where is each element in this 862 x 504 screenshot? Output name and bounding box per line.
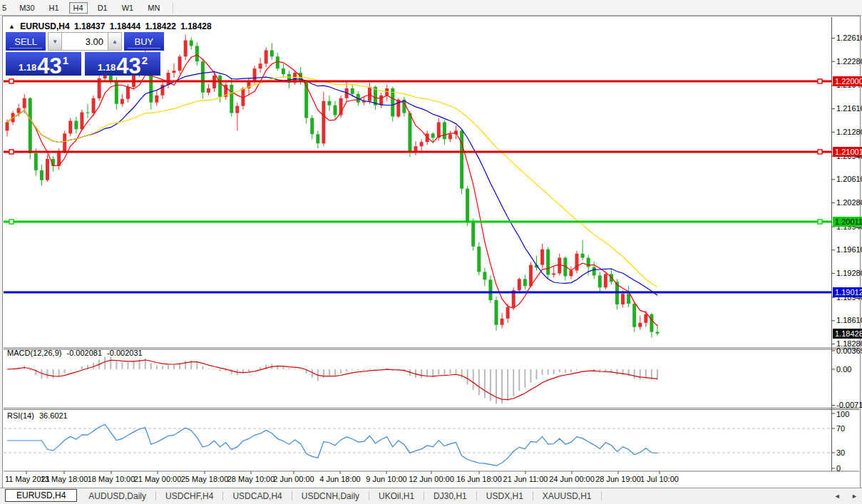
sell-price-button[interactable]: 1.18 43 1 <box>6 52 81 76</box>
buy-price-big: 43 <box>116 56 140 76</box>
timeframe-toolbar: 5 M30 H1 H4 D1 W1 MN <box>0 0 862 16</box>
time-axis-label: 25 May 18:00 <box>181 475 229 483</box>
timeframe-button-w1[interactable]: W1 <box>118 2 138 14</box>
rsi-indicator-label: RSI(14) 36.6021 <box>7 411 71 420</box>
sell-button[interactable]: SELL <box>6 32 46 51</box>
rsi-name: RSI(14) <box>7 411 34 420</box>
timeframe-button-mn[interactable]: MN <box>143 2 164 14</box>
tab-ukoil-h1[interactable]: UKOil,H1 <box>369 491 424 500</box>
buy-price-prefix: 1.18 <box>98 62 116 73</box>
tab-scroll-controls: ◄ ► <box>825 493 858 500</box>
quote-open: 1.18437 <box>74 21 105 31</box>
time-axis-label: 9 Jun 10:00 <box>366 475 407 483</box>
tab-scroll-right-icon[interactable]: ► <box>851 493 858 500</box>
macd-axis-label: 0.003697 <box>836 346 862 356</box>
symbol-tab-bar: EURUSD,H4 AUDUSD,Daily USDCHF,H4 USDCAD,… <box>0 488 862 504</box>
tab-xauusd-h1[interactable]: XAUUSD,H1 <box>533 491 602 500</box>
collapse-triangle-icon[interactable]: ▲ <box>9 23 15 30</box>
tab-usdx-h1[interactable]: USDX,H1 <box>477 491 533 500</box>
price-tick-label: 1.19610 <box>836 245 862 254</box>
timeframe-button-h4[interactable]: H4 <box>69 2 88 14</box>
current-price-tag: 1.18428 <box>833 329 862 339</box>
quote-low: 1.18422 <box>145 21 175 31</box>
symbol-period-label: EURUSD,H4 <box>20 21 69 31</box>
time-axis-label: 16 Jun 18:00 <box>456 475 502 483</box>
time-axis-label: 13 May 18:00 <box>41 475 88 483</box>
buy-price-button[interactable]: 1.18 43 2 <box>85 52 160 76</box>
time-axis-label: 4 Jun 18:00 <box>319 475 361 483</box>
chart-client-area[interactable]: ▲ EURUSD,H4 1.18437 1.18444 1.18422 1.18… <box>4 17 859 487</box>
rsi-axis-label: 100 <box>836 410 849 419</box>
time-axis-label: 21 Jun 11:00 <box>503 475 548 483</box>
rsi-value: 36.6021 <box>39 411 68 420</box>
volume-increase-button[interactable]: ▲ <box>108 32 122 51</box>
level-price-tag: 1.19012 <box>833 287 862 297</box>
tab-eurusd-h4[interactable]: EURUSD,H4 <box>5 489 77 502</box>
tab-scroll-left-icon[interactable]: ◄ <box>834 493 841 500</box>
price-tick-label: 1.20610 <box>836 175 862 184</box>
timeframe-button-m30[interactable]: M30 <box>15 2 39 14</box>
time-axis-label: 24 Jun 00:00 <box>549 475 595 483</box>
macd-signal-value: -0.002031 <box>107 349 143 357</box>
rsi-axis-label: 30 <box>836 448 845 458</box>
time-axis-label: 28 Jun 19:00 <box>595 475 641 483</box>
time-axis-label: 28 May 10:00 <box>227 475 275 483</box>
price-tick-label: 1.19280 <box>836 269 862 278</box>
macd-axis-label: 0.00 <box>836 365 851 374</box>
tab-audusd-daily[interactable]: AUDUSD,Daily <box>79 491 156 500</box>
sell-price-big: 43 <box>37 56 61 76</box>
price-tick-label: 1.21280 <box>836 128 862 137</box>
time-axis-label: 12 Jun 00:00 <box>409 475 454 483</box>
time-axis-label: 18 May 10:00 <box>88 475 135 483</box>
volume-input[interactable] <box>62 32 108 51</box>
quote-high: 1.18444 <box>110 21 140 31</box>
sell-price-prefix: 1.18 <box>19 62 36 73</box>
price-tick-label: 1.21610 <box>836 104 862 113</box>
buy-button[interactable]: BUY <box>124 32 164 51</box>
sell-price-pip: 1 <box>63 54 68 66</box>
time-axis-label: 2 Jun 00:00 <box>273 475 314 483</box>
price-tick-label: 1.22610 <box>836 34 862 43</box>
rsi-axis-label: 0 <box>836 464 841 473</box>
level-price-tag: 1.20011 <box>833 217 862 227</box>
tab-usdcnh-daily[interactable]: USDCNH,Daily <box>292 491 369 500</box>
price-tick-label: 1.18610 <box>836 316 862 325</box>
tab-usdcad-h4[interactable]: USDCAD,H4 <box>223 491 292 500</box>
timeframe-button-d1[interactable]: D1 <box>93 2 112 14</box>
level-price-tag: 1.22000 <box>833 76 862 86</box>
chart-canvas-svg[interactable] <box>4 17 859 487</box>
chart-window[interactable]: ▲ EURUSD,H4 1.18437 1.18444 1.18422 1.18… <box>2 16 861 488</box>
time-axis-label: 1 Jul 10:00 <box>640 475 679 483</box>
quote-close: 1.18428 <box>180 21 211 31</box>
volume-decrease-button[interactable]: ▼ <box>48 32 62 51</box>
time-axis-label: 21 May 00:00 <box>134 475 182 483</box>
one-click-trading-panel: SELL ▼ ▲ BUY 1.18 43 1 1.18 <box>6 32 164 76</box>
timeframe-button-h1[interactable]: H1 <box>45 2 63 14</box>
price-tick-label: 1.22280 <box>836 57 862 66</box>
spinner-up-icon: ▲ <box>112 38 118 45</box>
tab-usdchf-h4[interactable]: USDCHF,H4 <box>156 491 223 500</box>
macd-axis-label: -0.007183 <box>836 401 862 410</box>
toolbar-separator <box>173 2 173 14</box>
buy-price-pip: 2 <box>142 54 148 66</box>
timeframe-button-m15[interactable]: 5 <box>0 2 11 14</box>
trading-platform-window: { "toolbar": { "timeframes": [ {"label":… <box>0 0 862 504</box>
level-price-tag: 1.21001 <box>833 147 862 157</box>
tab-dj30-h1[interactable]: DJ30,H1 <box>424 491 477 500</box>
spinner-down-icon: ▼ <box>52 38 58 45</box>
macd-name: MACD(12,26,9) <box>7 349 61 357</box>
rsi-axis-label: 70 <box>836 424 845 433</box>
chart-quote-header: ▲ EURUSD,H4 1.18437 1.18444 1.18422 1.18… <box>9 21 214 31</box>
price-tick-label: 1.20280 <box>836 198 862 207</box>
macd-main-value: -0.002081 <box>66 349 102 357</box>
macd-indicator-label: MACD(12,26,9) -0.002081 -0.002031 <box>7 349 145 357</box>
